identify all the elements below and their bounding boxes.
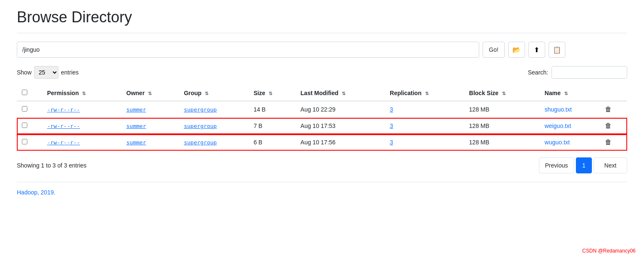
sort-name-icon[interactable]: ⇅ [564, 91, 568, 96]
owner-link[interactable]: summer [127, 123, 146, 129]
folder-button[interactable]: 📂 [508, 42, 525, 58]
upload-button[interactable]: ⬆ [528, 42, 545, 58]
file-name-link[interactable]: shuguo.txt [545, 106, 572, 113]
group-link[interactable]: supergroup [184, 123, 216, 129]
group-cell: supergroup [179, 101, 248, 118]
block-size-cell: 128 MB [464, 118, 540, 134]
name-cell: shuguo.txt [540, 101, 600, 118]
page-title: Browse Directory [17, 8, 627, 26]
row-checkbox-cell [17, 118, 42, 134]
group-link[interactable]: supergroup [184, 139, 216, 146]
permission-cell: -rw-r--r-- [42, 134, 121, 151]
th-actions [600, 85, 627, 101]
th-last-modified: Last Modified ⇅ [296, 85, 385, 101]
last-modified-cell: Aug 10 17:53 [296, 118, 385, 134]
last-modified-cell: Aug 10 17:56 [296, 134, 385, 151]
group-cell: supergroup [179, 118, 248, 134]
th-block-size: Block Size ⇅ [464, 85, 540, 101]
show-entries-control: Show 10 25 50 100 entries [17, 66, 79, 79]
directory-table: Permission ⇅ Owner ⇅ Group ⇅ Size ⇅ Last… [17, 85, 627, 151]
table-row: -rw-r--r--summersupergroup14 BAug 10 22:… [17, 101, 627, 118]
last-modified-cell: Aug 10 22:29 [296, 101, 385, 118]
replication-link[interactable]: 3 [390, 122, 393, 129]
replication-link[interactable]: 3 [390, 106, 393, 113]
sort-size-icon[interactable]: ⇅ [269, 91, 272, 96]
search-control: Search: [528, 66, 627, 79]
table-row: -rw-r--r--summersupergroup6 BAug 10 17:5… [17, 134, 627, 151]
folder-icon: 📂 [512, 46, 521, 54]
name-cell: wuguo.txt [540, 134, 600, 151]
permission-link[interactable]: -rw-r--r-- [47, 139, 80, 146]
file-name-link[interactable]: wuguo.txt [545, 139, 570, 146]
next-button[interactable]: Next [594, 157, 627, 173]
list-button[interactable]: 📋 [549, 42, 565, 58]
row-checkbox-cell [17, 134, 42, 151]
permission-cell: -rw-r--r-- [42, 118, 121, 134]
group-cell: supergroup [179, 134, 248, 151]
upload-icon: ⬆ [534, 46, 539, 54]
owner-link[interactable]: summer [127, 106, 146, 113]
row-checkbox[interactable] [22, 122, 27, 128]
go-button[interactable]: Go! [483, 42, 505, 58]
list-icon: 📋 [553, 46, 561, 54]
table-row: -rw-r--r--summersupergroup7 BAug 10 17:5… [17, 118, 627, 134]
path-input[interactable] [17, 42, 479, 58]
previous-button[interactable]: Previous [539, 157, 574, 173]
file-name-link[interactable]: weiguo.txt [545, 122, 571, 129]
row-checkbox[interactable] [22, 139, 27, 144]
sort-blocksize-icon[interactable]: ⇅ [502, 91, 506, 96]
th-size: Size ⇅ [248, 85, 296, 101]
table-body: -rw-r--r--summersupergroup14 BAug 10 22:… [17, 101, 627, 151]
th-checkbox [17, 85, 42, 101]
owner-cell: summer [121, 118, 179, 134]
action-cell: 🗑 [600, 134, 627, 151]
delete-icon[interactable]: 🗑 [605, 106, 612, 113]
table-header: Permission ⇅ Owner ⇅ Group ⇅ Size ⇅ Last… [17, 85, 627, 101]
search-input[interactable] [552, 66, 627, 79]
table-controls: Show 10 25 50 100 entries Search: [17, 66, 627, 79]
pagination: Showing 1 to 3 of 3 entries Previous 1 N… [17, 157, 627, 173]
pagination-info: Showing 1 to 3 of 3 entries [17, 162, 87, 169]
row-checkbox-cell [17, 101, 42, 118]
delete-icon[interactable]: 🗑 [605, 122, 612, 129]
name-cell: weiguo.txt [540, 118, 600, 134]
sort-replication-icon[interactable]: ⇅ [425, 91, 429, 96]
pagination-buttons: Previous 1 Next [539, 157, 627, 173]
replication-cell: 3 [385, 118, 464, 134]
owner-link[interactable]: summer [127, 139, 146, 146]
title-divider [17, 33, 627, 33]
sort-modified-icon[interactable]: ⇅ [342, 91, 346, 96]
owner-cell: summer [121, 101, 179, 118]
sort-group-icon[interactable]: ⇅ [205, 91, 209, 96]
block-size-cell: 128 MB [464, 134, 540, 151]
search-label: Search: [528, 69, 548, 76]
delete-icon[interactable]: 🗑 [605, 138, 612, 146]
sort-owner-icon[interactable]: ⇅ [148, 91, 152, 96]
entries-select[interactable]: 10 25 50 100 [34, 66, 58, 79]
footer-divider [17, 182, 627, 182]
show-label: Show [17, 69, 32, 76]
block-size-cell: 128 MB [464, 101, 540, 118]
permission-link[interactable]: -rw-r--r-- [47, 123, 80, 129]
header-row: Permission ⇅ Owner ⇅ Group ⇅ Size ⇅ Last… [17, 85, 627, 101]
th-name: Name ⇅ [540, 85, 600, 101]
th-permission: Permission ⇅ [42, 85, 121, 101]
row-checkbox[interactable] [22, 106, 27, 112]
permission-link[interactable]: -rw-r--r-- [47, 106, 80, 113]
replication-link[interactable]: 3 [390, 139, 393, 146]
footer-text: Hadoop, 2019. [17, 189, 55, 196]
group-link[interactable]: supergroup [184, 106, 216, 113]
replication-cell: 3 [385, 134, 464, 151]
th-replication: Replication ⇅ [385, 85, 464, 101]
page-1-button[interactable]: 1 [576, 157, 592, 173]
sort-permission-icon[interactable]: ⇅ [82, 91, 86, 96]
owner-cell: summer [121, 134, 179, 151]
size-cell: 6 B [248, 134, 296, 151]
replication-cell: 3 [385, 101, 464, 118]
size-cell: 7 B [248, 118, 296, 134]
entries-label: entries [61, 69, 79, 76]
path-bar: Go! 📂 ⬆ 📋 [17, 42, 627, 58]
select-all-checkbox[interactable] [22, 90, 27, 95]
th-owner: Owner ⇅ [121, 85, 179, 101]
size-cell: 14 B [248, 101, 296, 118]
